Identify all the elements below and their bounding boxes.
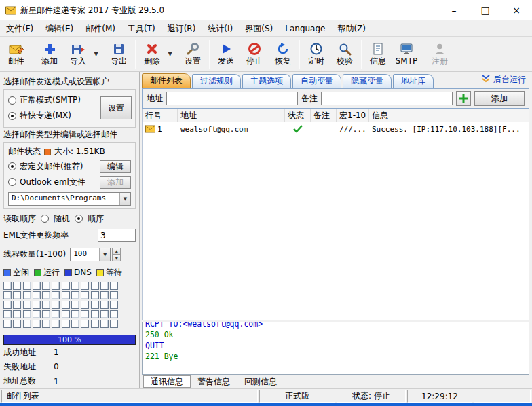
column-header-status[interactable]: 状态 <box>285 109 311 122</box>
mail-status-line: 邮件状态 大小: 1.51KB <box>8 145 131 159</box>
communication-log[interactable]: RCPT TO:<wealsoft@qq.com> 250 Ok QUIT 22… <box>142 322 529 375</box>
thread-cell <box>100 301 109 309</box>
maximize-button[interactable]: □ <box>470 0 501 20</box>
menu-help[interactable]: 帮助(Z) <box>331 20 372 37</box>
tab-auto-variables[interactable]: 自动变量 <box>292 74 341 88</box>
toolbar-info-button[interactable]: 信息 <box>364 38 392 71</box>
tab-callback-info[interactable]: 回测信息 <box>238 375 284 388</box>
account-settings-button[interactable]: 设置 <box>100 96 132 119</box>
column-header-info[interactable]: 信息 <box>369 109 529 122</box>
radio-random-order[interactable] <box>41 215 49 223</box>
log-line: 250 Ok <box>145 329 526 340</box>
delete-dropdown-arrow-icon[interactable]: ▼ <box>166 38 174 71</box>
thread-count-spinner[interactable]: ▲▼ <box>112 248 121 261</box>
tab-hidden-variables[interactable]: 隐藏变量 <box>343 74 392 88</box>
stop-noentry-icon <box>248 42 261 56</box>
main-tabs: 邮件列表 过滤规则 主题选项 自动变量 隐藏变量 地址库 后台运行 <box>142 72 529 88</box>
toolbar-mail-button[interactable]: 邮件 <box>2 38 31 71</box>
menu-interface[interactable]: 界面(S) <box>239 20 279 37</box>
thread-count-row: 线程数量(1-100) 100 ▼ ▲▼ <box>3 246 136 263</box>
address-label: 地址 <box>147 93 163 105</box>
eml-frequency-input[interactable] <box>98 229 136 242</box>
toolbar-delete-button[interactable]: 删除 <box>138 38 166 71</box>
legend-label: DNS <box>74 267 92 277</box>
radio-sequential-order[interactable] <box>75 215 83 223</box>
thread-cell <box>71 310 79 318</box>
remark-input[interactable] <box>321 92 453 105</box>
import-dropdown-arrow-icon[interactable]: ▼ <box>92 38 100 71</box>
radio-mx-mode[interactable] <box>8 112 16 120</box>
eml-folder-combobox[interactable]: D:\Documents\Programs ▼ <box>8 192 131 206</box>
column-header-row-number[interactable]: 行号 <box>142 109 178 122</box>
macros-cell: ///... <box>337 122 369 136</box>
background-run-link[interactable]: 后台运行 <box>481 74 529 88</box>
spin-down-icon[interactable]: ▼ <box>112 255 121 261</box>
toolbar-import-group: 导入 ▼ <box>64 38 100 71</box>
column-header-remark[interactable]: 备注 <box>311 109 337 122</box>
stat-value: 1 <box>54 348 59 357</box>
column-header-macros[interactable]: 宏1-10 <box>337 109 369 122</box>
app-window: 新星邮件速递专家 2017 专业版 29.5.0 – □ × 文件(F) 编辑(… <box>0 0 532 406</box>
add-address-button[interactable]: 添加 <box>474 91 525 106</box>
menu-language[interactable]: Language <box>279 20 331 37</box>
toolbar-send-button[interactable]: 发送 <box>212 38 240 71</box>
thread-cell <box>81 291 89 299</box>
toolbar-export-button[interactable]: 导出 <box>104 38 133 71</box>
thread-cell <box>52 310 60 318</box>
tab-subject-options[interactable]: 主题选项 <box>242 74 291 88</box>
minimize-button[interactable]: – <box>438 0 470 20</box>
thread-cell <box>62 320 70 328</box>
toolbar-smtp-button[interactable]: SMTP <box>392 38 421 71</box>
table-row[interactable]: 1 wealsoft@qq.com ///... Success. [IP:11… <box>142 122 529 136</box>
tab-filter-rules[interactable]: 过滤规则 <box>192 74 241 88</box>
waiting-color-swatch <box>96 269 104 276</box>
radio-smtp-mode[interactable] <box>8 96 16 105</box>
tab-warning-info[interactable]: 警告信息 <box>191 375 238 388</box>
thread-cell <box>110 282 118 290</box>
running-color-swatch <box>34 269 41 276</box>
toolbar-import-button[interactable]: 导入 <box>64 38 92 71</box>
delete-cross-icon <box>145 42 159 56</box>
toolbar-stop-button[interactable]: 停止 <box>240 38 269 71</box>
toolbar-separator <box>299 40 300 69</box>
address-input[interactable] <box>166 92 298 105</box>
mail-compose-icon <box>9 42 24 56</box>
thread-count-combobox[interactable]: 100 ▼ <box>70 248 111 261</box>
menu-file[interactable]: 文件(F) <box>0 20 39 37</box>
toolbar-resume-button[interactable]: 恢复 <box>269 38 297 71</box>
toolbar-settings-button[interactable]: 设置 <box>178 38 207 71</box>
type-option-macro[interactable]: 宏定义邮件(推荐) 编辑 <box>8 159 131 174</box>
menu-unsubscribe[interactable]: 退订(R) <box>162 20 202 37</box>
tab-address-library[interactable]: 地址库 <box>393 74 434 88</box>
toolbar-button-label: 添加 <box>41 57 58 66</box>
menu-statistics[interactable]: 统计(I) <box>202 20 239 37</box>
thread-legend: 空闲 运行 DNS 等待 <box>3 266 136 278</box>
progress-bar: 100 % <box>3 335 136 345</box>
stat-value: 0 <box>54 362 59 371</box>
thread-count-value: 100 <box>71 248 99 261</box>
quick-add-button[interactable] <box>456 91 471 106</box>
toolbar-add-button[interactable]: 添加 <box>35 38 64 71</box>
tab-communication-info[interactable]: 通讯信息 <box>143 375 191 388</box>
toolbar-schedule-button[interactable]: 定时 <box>302 38 330 71</box>
menu-tools[interactable]: 工具(T) <box>121 20 162 37</box>
menu-edit[interactable]: 编辑(E) <box>39 20 79 37</box>
stat-total: 地址总数 1 <box>3 375 136 388</box>
stat-success: 成功地址 1 <box>3 346 136 359</box>
toolbar-verify-button[interactable]: 校验 <box>330 38 359 71</box>
column-header-address[interactable]: 地址 <box>178 109 285 122</box>
radio-macro-mail[interactable] <box>8 162 16 170</box>
close-button[interactable]: × <box>501 0 532 20</box>
spin-up-icon[interactable]: ▲ <box>112 248 121 255</box>
legend-label: 等待 <box>106 267 122 278</box>
toolbar-button-label: 发送 <box>218 57 234 66</box>
radio-eml-file[interactable] <box>8 178 16 186</box>
combo-dropdown-arrow-icon[interactable]: ▼ <box>99 248 110 261</box>
edit-mail-button[interactable]: 编辑 <box>100 160 131 173</box>
read-order-label: 读取顺序 <box>3 213 36 225</box>
combo-dropdown-arrow-icon[interactable]: ▼ <box>119 193 130 205</box>
tab-mail-list[interactable]: 邮件列表 <box>142 73 191 88</box>
type-option-eml[interactable]: Outlook eml文件 添加 <box>8 174 131 190</box>
menu-mail[interactable]: 邮件(M) <box>79 20 121 37</box>
thread-cell <box>71 282 79 290</box>
